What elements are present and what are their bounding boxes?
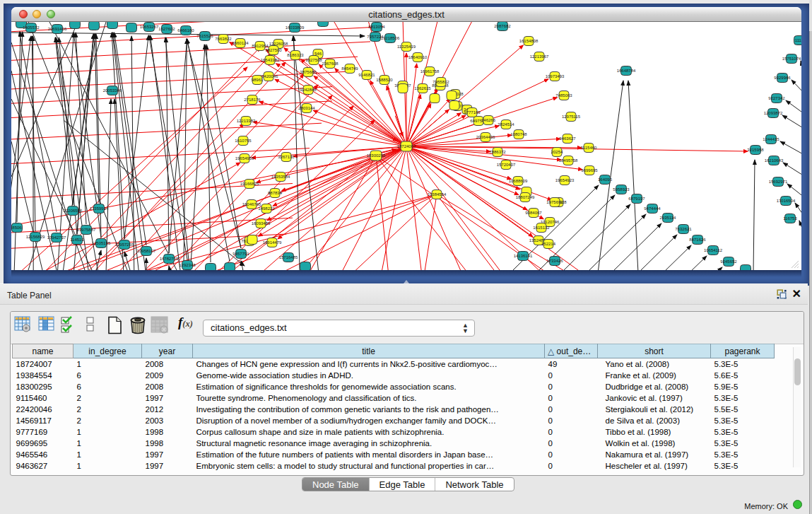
svg-text:98961: 98961 bbox=[252, 78, 264, 82]
svg-text:10653267: 10653267 bbox=[140, 25, 159, 29]
svg-text:19654923: 19654923 bbox=[555, 178, 575, 182]
svg-text:3875685: 3875685 bbox=[300, 70, 317, 74]
svg-text:12213967: 12213967 bbox=[530, 54, 549, 59]
svg-text:9699695: 9699695 bbox=[581, 168, 598, 173]
svg-text:2718176: 2718176 bbox=[244, 98, 261, 102]
svg-text:10688609: 10688609 bbox=[509, 179, 528, 183]
svg-text:18495758: 18495758 bbox=[559, 158, 578, 163]
svg-text:17359914: 17359914 bbox=[90, 206, 109, 211]
svg-text:116753: 116753 bbox=[783, 216, 797, 221]
svg-text:1610755: 1610755 bbox=[235, 139, 252, 143]
svg-text:252214: 252214 bbox=[541, 242, 556, 246]
svg-text:14136141: 14136141 bbox=[514, 254, 533, 258]
svg-text:12505135: 12505135 bbox=[92, 241, 111, 245]
svg-text:1292348: 1292348 bbox=[179, 263, 196, 267]
svg-text:15716485: 15716485 bbox=[279, 255, 298, 259]
svg-text:9457791: 9457791 bbox=[233, 252, 249, 256]
svg-text:20053346: 20053346 bbox=[103, 88, 122, 93]
svg-text:13975887: 13975887 bbox=[77, 228, 96, 232]
svg-text:1244415: 1244415 bbox=[763, 137, 779, 141]
svg-text:17016504: 17016504 bbox=[777, 199, 796, 203]
svg-text:3824514: 3824514 bbox=[498, 122, 514, 127]
svg-text:2935114: 2935114 bbox=[660, 216, 677, 220]
svg-text:16210643: 16210643 bbox=[765, 158, 784, 163]
svg-text:9327508: 9327508 bbox=[305, 58, 322, 62]
svg-text:746266: 746266 bbox=[481, 118, 496, 122]
svg-text:18300295: 18300295 bbox=[367, 153, 386, 158]
svg-text:12213383: 12213383 bbox=[237, 119, 256, 123]
svg-text:17957255: 17957255 bbox=[115, 243, 134, 247]
svg-text:16154808: 16154808 bbox=[519, 39, 539, 43]
svg-text:9115460: 9115460 bbox=[581, 146, 598, 150]
svg-text:3267130: 3267130 bbox=[278, 155, 295, 159]
svg-text:19654959: 19654959 bbox=[235, 156, 254, 160]
svg-text:16961758: 16961758 bbox=[420, 69, 440, 74]
svg-text:10958107: 10958107 bbox=[137, 249, 156, 253]
svg-text:8471626: 8471626 bbox=[689, 238, 706, 242]
svg-text:12975115: 12975115 bbox=[562, 115, 581, 119]
svg-text:7663822: 7663822 bbox=[215, 37, 232, 41]
svg-text:8506: 8506 bbox=[12, 226, 22, 230]
svg-text:12156829: 12156829 bbox=[26, 235, 45, 239]
svg-text:2367608: 2367608 bbox=[322, 62, 339, 66]
svg-text:1080748: 1080748 bbox=[510, 132, 527, 136]
svg-text:9146821: 9146821 bbox=[358, 73, 375, 77]
svg-text:15720407: 15720407 bbox=[497, 163, 516, 167]
svg-text:19218506: 19218506 bbox=[381, 36, 400, 40]
svg-text:1733426: 1733426 bbox=[546, 259, 563, 263]
svg-text:1498222: 1498222 bbox=[258, 206, 275, 211]
svg-text:9827500: 9827500 bbox=[265, 48, 282, 52]
svg-text:1615132: 1615132 bbox=[533, 226, 550, 230]
svg-text:12093872: 12093872 bbox=[764, 111, 783, 115]
svg-text:1975692: 1975692 bbox=[546, 200, 563, 204]
svg-text:9660124: 9660124 bbox=[232, 41, 249, 45]
svg-text:19384554: 19384554 bbox=[428, 192, 447, 197]
svg-text:2803144: 2803144 bbox=[298, 106, 315, 110]
svg-text:20254: 20254 bbox=[551, 150, 563, 154]
svg-text:9474444: 9474444 bbox=[644, 206, 661, 211]
svg-text:5958923: 5958923 bbox=[613, 187, 630, 192]
svg-text:3215958: 3215958 bbox=[747, 148, 764, 152]
svg-text:7632621: 7632621 bbox=[675, 227, 692, 231]
svg-text:887834: 887834 bbox=[268, 191, 283, 195]
svg-text:16543382: 16543382 bbox=[261, 58, 280, 62]
svg-text:10973493: 10973493 bbox=[546, 74, 565, 78]
svg-text:8454749: 8454749 bbox=[341, 66, 358, 71]
svg-text:19166825: 19166825 bbox=[240, 182, 259, 186]
svg-text:9463627: 9463627 bbox=[559, 136, 576, 141]
svg-text:1362615: 1362615 bbox=[414, 86, 431, 90]
svg-text:6466160: 6466160 bbox=[177, 28, 194, 33]
svg-text:20206556: 20206556 bbox=[64, 209, 83, 213]
svg-text:7485063: 7485063 bbox=[555, 93, 572, 98]
svg-text:114519: 114519 bbox=[70, 238, 84, 242]
svg-text:9084067: 9084067 bbox=[525, 211, 542, 215]
svg-text:2087682: 2087682 bbox=[494, 24, 511, 28]
svg-text:164095: 164095 bbox=[598, 177, 613, 182]
svg-text:15692971: 15692971 bbox=[769, 180, 788, 184]
svg-text:14353584: 14353584 bbox=[271, 175, 290, 179]
svg-text:9777169: 9777169 bbox=[464, 110, 481, 115]
svg-text:16033809: 16033809 bbox=[286, 25, 305, 30]
svg-text:18807249: 18807249 bbox=[516, 195, 535, 199]
svg-text:6879197: 6879197 bbox=[628, 197, 645, 201]
svg-text:7886372: 7886372 bbox=[489, 150, 506, 154]
svg-text:8186323: 8186323 bbox=[287, 53, 304, 57]
svg-text:11325419: 11325419 bbox=[397, 45, 416, 49]
svg-text:9227342: 9227342 bbox=[768, 96, 785, 100]
svg-text:17942737: 17942737 bbox=[47, 235, 66, 240]
svg-text:9329966: 9329966 bbox=[774, 76, 791, 80]
svg-text:16914479: 16914479 bbox=[263, 240, 282, 245]
svg-text:16648784: 16648784 bbox=[617, 69, 636, 73]
svg-text:9242848: 9242848 bbox=[300, 88, 317, 92]
svg-text:16782759: 16782759 bbox=[160, 257, 179, 261]
svg-text:7955812: 7955812 bbox=[433, 80, 449, 84]
svg-text:7515526: 7515526 bbox=[196, 34, 213, 38]
svg-text:16093489: 16093489 bbox=[252, 221, 271, 226]
svg-text:1588520: 1588520 bbox=[376, 78, 393, 82]
svg-text:18724007: 18724007 bbox=[397, 144, 416, 148]
svg-text:1405572: 1405572 bbox=[23, 25, 40, 30]
svg-text:9245652: 9245652 bbox=[720, 259, 737, 264]
svg-text:1117: 1117 bbox=[795, 38, 801, 42]
svg-text:8813054: 8813054 bbox=[368, 25, 385, 29]
svg-text:18640910: 18640910 bbox=[408, 55, 428, 59]
